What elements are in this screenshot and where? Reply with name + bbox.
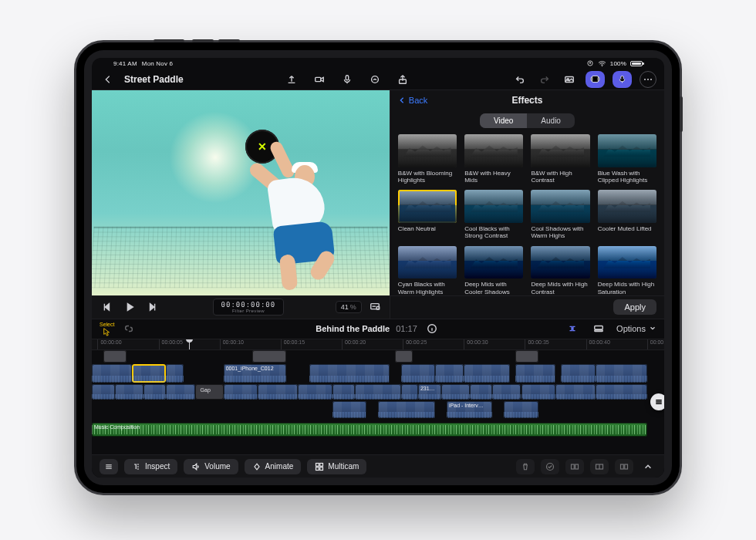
collapse-button[interactable]: [640, 458, 656, 475]
effect-item[interactable]: Cooler Muted Lifted: [598, 190, 656, 239]
effect-item[interactable]: B&W with Blooming Highlights: [398, 134, 457, 184]
effect-item[interactable]: Clean Neutral: [398, 190, 457, 239]
vid-clip[interactable]: [92, 384, 115, 400]
voice-isolation-button[interactable]: [613, 71, 632, 88]
effect-item[interactable]: B&W with High Contrast: [531, 134, 589, 184]
timeline-tracks[interactable]: 0001_iPhone_C012Gap231…iPad - Interv…Mus…: [92, 350, 664, 454]
undo-button[interactable]: [511, 71, 528, 88]
zoom-unit: %: [350, 303, 356, 311]
effect-label: Deep Mids with High Saturation: [598, 281, 656, 295]
vid-clip[interactable]: iPad - Interv…: [447, 401, 492, 418]
title-clip[interactable]: [395, 350, 412, 363]
link-tool[interactable]: [120, 320, 137, 337]
draw-button[interactable]: [366, 71, 383, 88]
vid-clip[interactable]: [132, 364, 167, 383]
vid-clip[interactable]: [143, 384, 167, 400]
vid-clip[interactable]: [401, 364, 436, 383]
app-toolbar: Street Paddle: [92, 69, 664, 90]
vid-clip[interactable]: [92, 364, 132, 383]
effect-item[interactable]: Cyan Blacks with Warm Highlights: [398, 246, 457, 295]
zoom-display[interactable]: 41%: [336, 301, 362, 313]
effect-item[interactable]: B&W with Heavy Mids: [464, 134, 523, 184]
vid-clip[interactable]: 0001_iPhone_C012: [224, 364, 287, 383]
inspect-button[interactable]: Inspect: [124, 459, 177, 474]
split-right-button[interactable]: [615, 459, 633, 474]
snapping-button[interactable]: [564, 320, 581, 337]
multicam-button[interactable]: Multicam: [307, 459, 366, 474]
volume-button[interactable]: Volume: [184, 459, 238, 474]
vid-clip[interactable]: [298, 384, 332, 400]
vid-clip[interactable]: [561, 364, 596, 383]
timeline-info-button[interactable]: [424, 320, 440, 337]
vid-clip[interactable]: [521, 384, 556, 400]
effect-thumb: [531, 246, 589, 279]
preview-canvas[interactable]: [92, 90, 390, 295]
display-options-button[interactable]: [366, 299, 383, 316]
apply-button[interactable]: Apply: [613, 299, 656, 315]
effect-item[interactable]: Deep Mids with High Saturation: [598, 246, 656, 295]
animate-button[interactable]: Animate: [245, 459, 302, 474]
more-button[interactable]: [640, 71, 656, 88]
prev-button[interactable]: [98, 299, 115, 316]
timecode-label: Filter Preview: [221, 309, 276, 313]
effect-item[interactable]: Deep Mids with High Contrast: [531, 246, 589, 295]
vid-clip[interactable]: [515, 364, 555, 383]
vid-clip[interactable]: [115, 384, 143, 400]
ruler-tick: 00:00:40: [586, 339, 610, 349]
voiceover-button[interactable]: [339, 71, 356, 88]
enable-button[interactable]: [541, 459, 559, 474]
vid-clip[interactable]: [355, 384, 400, 400]
vid-clip[interactable]: [555, 384, 596, 400]
redo-button[interactable]: [536, 71, 553, 88]
tab-video[interactable]: Video: [480, 113, 527, 128]
title-clip[interactable]: [252, 350, 287, 363]
timeline-view-button[interactable]: [590, 320, 607, 337]
select-tool[interactable]: Select: [100, 322, 114, 336]
vid-clip[interactable]: [166, 364, 183, 383]
vid-clip[interactable]: [470, 384, 493, 400]
title-clip[interactable]: [515, 350, 538, 363]
vid-clip[interactable]: [492, 384, 521, 400]
timecode-display[interactable]: 00:00:00:00 Filter Preview: [213, 299, 285, 316]
vid-clip[interactable]: [464, 364, 509, 383]
vid-clip[interactable]: [441, 384, 470, 400]
vid-clip[interactable]: 231…: [418, 384, 441, 400]
title-clip[interactable]: [103, 350, 127, 363]
split-left-button[interactable]: [565, 459, 584, 474]
effect-item[interactable]: Blue Wash with Clipped Highlights: [598, 134, 656, 184]
split-button[interactable]: [590, 459, 609, 474]
timeline-ruler[interactable]: 00:00:0000:00:0500:00:1000:00:1500:00:20…: [92, 339, 664, 350]
effect-item[interactable]: Cool Blacks with Strong Contrast: [464, 190, 523, 239]
vid-clip[interactable]: [401, 384, 418, 400]
vid-clip[interactable]: [504, 401, 538, 418]
vid-clip[interactable]: [596, 364, 647, 383]
back-button[interactable]: [100, 71, 116, 88]
vid-clip[interactable]: [435, 364, 464, 383]
audio-clip[interactable]: Music Composition: [92, 423, 647, 437]
vid-clip[interactable]: [309, 364, 390, 383]
next-button[interactable]: [144, 299, 161, 316]
vid-clip[interactable]: [332, 401, 367, 418]
tab-audio[interactable]: Audio: [527, 113, 575, 128]
share-button[interactable]: [394, 71, 411, 88]
timeline-options[interactable]: Options: [616, 324, 656, 333]
vid-clip[interactable]: [224, 384, 258, 400]
effect-item[interactable]: Deep Mids with Cooler Shadows: [464, 246, 523, 295]
import-button[interactable]: [283, 71, 300, 88]
gap-clip[interactable]: Gap: [195, 384, 224, 400]
vid-clip[interactable]: [166, 384, 194, 400]
camera-button[interactable]: [311, 71, 328, 88]
vid-clip[interactable]: [596, 384, 647, 400]
delete-button[interactable]: [516, 459, 535, 474]
playhead[interactable]: [189, 339, 190, 350]
effects-back-button[interactable]: Back: [398, 96, 427, 105]
play-button[interactable]: [121, 299, 138, 316]
svg-rect-10: [591, 77, 592, 81]
vid-clip[interactable]: [258, 384, 298, 400]
content-browser-button[interactable]: [586, 71, 605, 88]
vid-clip[interactable]: [378, 401, 435, 418]
clip-appearance-button[interactable]: [100, 459, 118, 474]
vid-clip[interactable]: [332, 384, 356, 400]
media-button[interactable]: [561, 71, 578, 88]
effect-item[interactable]: Cool Shadows with Warm Highs: [531, 190, 589, 239]
